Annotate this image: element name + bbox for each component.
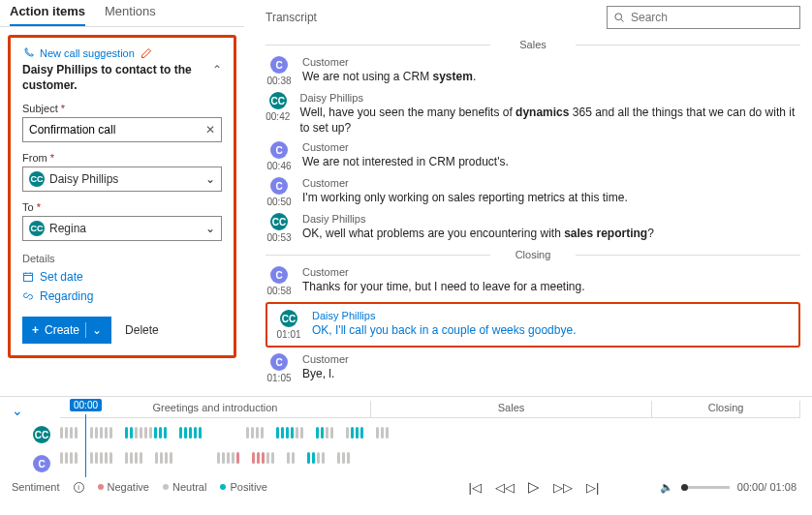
skip-start-icon[interactable]: |◁	[469, 480, 482, 495]
track-avatar-customer: C	[33, 455, 50, 472]
sidebar-tabs: Action items Mentions	[0, 0, 244, 27]
transcript-entry[interactable]: C01:05CustomerBye, l.	[265, 353, 800, 383]
from-select[interactable]: CCDaisy Phillips ⌄	[22, 167, 222, 192]
speaker-avatar: C	[270, 266, 288, 284]
speaker-avatar: C	[270, 177, 288, 195]
forward-icon[interactable]: ▷▷	[553, 480, 573, 495]
timestamp: 00:42	[265, 111, 290, 122]
transcript-entry[interactable]: C00:46CustomerWe are not interested in C…	[265, 141, 800, 171]
time-current: 00:00	[737, 481, 765, 493]
from-label: From	[22, 152, 47, 164]
transcript-entry[interactable]: CC00:53Dasiy PhillipsOK, well what probl…	[265, 213, 800, 243]
to-label: To	[22, 201, 34, 213]
speaker-name: Customer	[302, 353, 349, 365]
chevron-down-icon: ⌄	[205, 222, 215, 235]
sentiment-legend: Sentiment i Negative Neutral Positive	[12, 481, 267, 493]
suggestion-label: New call suggestion	[40, 47, 135, 59]
create-button[interactable]: + Create ⌄	[22, 317, 111, 344]
timestamp: 00:53	[266, 232, 291, 243]
track-avatar-agent: CC	[33, 426, 50, 443]
card-title: Daisy Phillips to contact to the custome…	[22, 63, 197, 93]
speaker-name: Customer	[302, 266, 585, 278]
utterance-text: OK, well what problems are you encounter…	[302, 226, 654, 241]
speaker-name: Customer	[302, 56, 476, 68]
volume-slider[interactable]	[681, 486, 730, 489]
timestamp: 01:01	[276, 329, 300, 340]
speaker-avatar: CC	[280, 310, 297, 327]
utterance-text: We are not using a CRM system.	[302, 69, 476, 84]
timeline-section-label: Closing	[652, 401, 800, 417]
transcript-entry[interactable]: CC01:01Daisy PhillipsOK, I'll call you b…	[265, 302, 800, 348]
delete-button[interactable]: Delete	[125, 323, 159, 337]
speaker-name: Dasiy Phillips	[302, 213, 654, 225]
svg-point-1	[615, 14, 622, 20]
speaker-avatar: C	[270, 56, 288, 74]
search-icon	[613, 12, 625, 23]
utterance-text: We are not interested in CRM product's.	[302, 154, 509, 169]
utterance-text: Bye, l.	[302, 366, 349, 381]
volume-icon[interactable]: 🔈	[660, 481, 673, 494]
timeline-collapse-icon[interactable]: ⌄	[12, 403, 23, 418]
timeline-sections: Greetings and introductionSalesClosing	[60, 401, 800, 418]
speaker-name: Daisy Phillips	[300, 92, 800, 104]
utterance-text: Well, have you seen the many benefits of…	[300, 105, 800, 136]
tab-mentions[interactable]: Mentions	[105, 4, 156, 26]
action-item-card: New call suggestion Daisy Phillips to co…	[8, 35, 236, 358]
to-select[interactable]: CCRegina ⌄	[22, 216, 222, 241]
transcript-entry[interactable]: C00:38CustomerWe are not using a CRM sys…	[265, 56, 800, 86]
timeline-section-label: Greetings and introduction	[60, 401, 371, 417]
timestamp: 00:46	[266, 161, 291, 171]
speaker-name: Customer	[302, 177, 628, 189]
svg-rect-0	[24, 273, 33, 281]
subject-input[interactable]: ✕	[22, 117, 222, 142]
pencil-icon[interactable]	[141, 47, 152, 59]
rewind-icon[interactable]: ◁◁	[495, 480, 515, 495]
speaker-avatar: CC	[270, 213, 288, 230]
calendar-icon	[22, 271, 34, 283]
phone-icon	[22, 47, 34, 59]
play-icon[interactable]: ▷	[528, 478, 540, 496]
chevron-down-icon[interactable]: ⌄	[92, 323, 102, 337]
section-closing: Closing	[265, 249, 800, 260]
speaker-avatar: CC	[269, 92, 287, 109]
set-date-link[interactable]: Set date	[22, 270, 222, 284]
section-sales: Sales	[265, 39, 800, 50]
link-icon	[22, 290, 34, 302]
collapse-icon[interactable]: ⌃	[212, 63, 222, 76]
transcript-list: Sales C00:38CustomerWe are not using a C…	[244, 33, 812, 396]
regarding-link[interactable]: Regarding	[22, 289, 222, 303]
tab-action-items[interactable]: Action items	[10, 4, 85, 26]
utterance-text: OK, I'll call you back in a couple of we…	[312, 322, 576, 338]
timeline-section-label: Sales	[371, 401, 652, 417]
search-input[interactable]	[607, 6, 800, 29]
time-total: 01:08	[769, 481, 796, 493]
info-icon[interactable]: i	[74, 482, 84, 493]
utterance-text: Thanks for your time, but I need to leav…	[302, 279, 585, 294]
clear-icon[interactable]: ✕	[205, 123, 215, 136]
details-label: Details	[22, 253, 222, 264]
speaker-name: Customer	[302, 141, 509, 153]
track-agent[interactable]	[60, 422, 800, 443]
subject-label: Subject	[22, 103, 58, 114]
timestamp: 00:58	[266, 286, 291, 296]
transcript-entry[interactable]: C00:50CustomerI'm working only working o…	[265, 177, 800, 207]
skip-end-icon[interactable]: ▷|	[586, 480, 599, 495]
speaker-name: Daisy Phillips	[312, 310, 576, 321]
chevron-down-icon: ⌄	[205, 172, 215, 186]
transcript-title: Transcript	[265, 11, 317, 24]
transcript-entry[interactable]: C00:58CustomerThanks for your time, but …	[265, 266, 800, 296]
timestamp: 00:50	[266, 197, 291, 207]
track-customer[interactable]	[60, 447, 800, 469]
speaker-avatar: C	[270, 141, 288, 159]
speaker-avatar: C	[270, 353, 288, 371]
utterance-text: I'm working only working on sales report…	[302, 190, 628, 205]
timestamp: 00:38	[266, 76, 291, 86]
timestamp: 01:05	[266, 373, 291, 383]
transcript-entry[interactable]: CC00:42Daisy PhillipsWell, have you seen…	[265, 92, 800, 136]
